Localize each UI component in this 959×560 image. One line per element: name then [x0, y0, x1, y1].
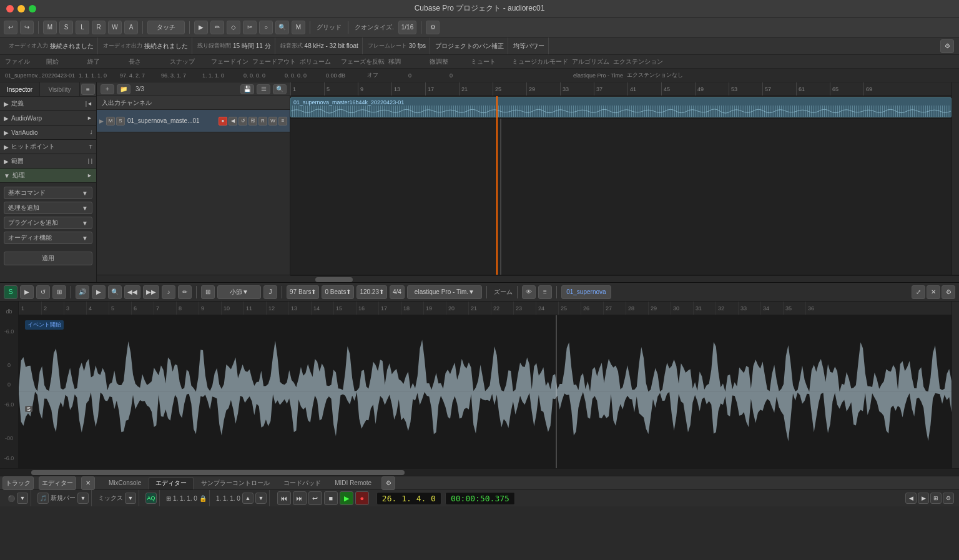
- editor-scroll-thumb[interactable]: [31, 470, 405, 475]
- status-newpart-btn[interactable]: ▼: [77, 493, 89, 504]
- status-right-3[interactable]: ⊞: [930, 493, 942, 504]
- editor-speaker-btn[interactable]: 🔊: [76, 285, 89, 299]
- editor-select-btn[interactable]: ▶: [92, 285, 106, 299]
- close-button[interactable]: [6, 5, 14, 12]
- tab-chord-pad[interactable]: コードパッド: [277, 477, 327, 489]
- track-name-display[interactable]: 01_supernova: [561, 285, 611, 299]
- inspector-section-processing-header[interactable]: ▼ 処理 ►: [0, 169, 96, 182]
- add-processing-btn[interactable]: 処理を追加 ▼: [4, 202, 92, 214]
- inspector-section-variaudio-header[interactable]: ▶ VariAudio ♩: [0, 125, 96, 139]
- editor-close-btn[interactable]: ✕: [927, 285, 940, 299]
- track-prev-btn[interactable]: ◀: [229, 117, 237, 125]
- tab-mixconsole[interactable]: MixConsole: [102, 477, 147, 489]
- editor-scrollbar-v[interactable]: [952, 302, 959, 468]
- waveform-display[interactable]: イベント開始 S: [19, 315, 952, 468]
- track-r-btn[interactable]: R: [258, 117, 267, 125]
- track-chain-btn[interactable]: ⛓: [248, 117, 257, 125]
- status-right-4[interactable]: ⚙: [943, 493, 954, 504]
- status-mix-btn[interactable]: ▼: [125, 493, 136, 504]
- basic-commands-btn[interactable]: 基本コマンド ▼: [4, 187, 92, 199]
- tab-editor[interactable]: エディター: [149, 477, 194, 489]
- editor-settings2-btn[interactable]: ⚙: [942, 285, 955, 299]
- close-editor-btn[interactable]: ✕: [81, 476, 95, 490]
- m-button[interactable]: M: [43, 21, 57, 34]
- editor-expand-btn[interactable]: ⤢: [912, 285, 925, 299]
- editor-s-btn[interactable]: S: [4, 285, 17, 299]
- editor-pencil-btn[interactable]: ✏: [178, 285, 192, 299]
- transport-play-btn[interactable]: ▶: [340, 491, 353, 505]
- tool-select[interactable]: ▶: [194, 21, 208, 34]
- track-eq-btn[interactable]: ≡: [278, 117, 287, 125]
- add-plugin-btn[interactable]: プラグインを追加 ▼: [4, 217, 92, 229]
- editor-play-btn[interactable]: ▶: [20, 285, 34, 299]
- timeline-scrollbar-v[interactable]: [952, 82, 959, 96]
- metronome-btn[interactable]: J: [263, 285, 277, 299]
- minimize-button[interactable]: [17, 5, 25, 12]
- status-metronome-btn[interactable]: 🎵: [37, 493, 49, 504]
- track-solo-btn[interactable]: S: [116, 117, 125, 125]
- track-folder-button[interactable]: 📁: [117, 84, 130, 94]
- tab-settings-btn[interactable]: ⚙: [381, 476, 395, 490]
- undo-button[interactable]: ↩: [4, 21, 17, 34]
- status-mode-btn[interactable]: ▼: [17, 493, 28, 504]
- inspector-section-teigi-header[interactable]: ▶ 定義 |◄: [0, 97, 96, 111]
- maximize-button[interactable]: [29, 5, 36, 12]
- aq-btn[interactable]: AQ: [145, 493, 157, 504]
- editor-mode-btn[interactable]: ⊞: [52, 285, 66, 299]
- track-tab-btn[interactable]: トラック: [2, 476, 34, 490]
- tempo-display[interactable]: 120.23 ⬆: [357, 285, 387, 299]
- editor-vis-btn[interactable]: 👁: [522, 285, 536, 299]
- beats-display[interactable]: 0 Beats ⬆: [322, 285, 354, 299]
- track-w-btn[interactable]: W: [268, 117, 277, 125]
- track-loop-btn[interactable]: ↺: [239, 117, 247, 125]
- audio-clip-1[interactable]: 01_supernova_master16b44k_20220423-01: [290, 97, 952, 117]
- infobar-settings[interactable]: ⚙: [940, 39, 954, 53]
- quantize-value-btn[interactable]: 1/16: [398, 21, 416, 34]
- r-button[interactable]: R: [92, 21, 106, 34]
- inspector-section-audiowarp-header[interactable]: ▶ AudioWarp ►: [0, 111, 96, 125]
- editor-next-btn[interactable]: ▶▶: [143, 285, 159, 299]
- tool-erase[interactable]: ◇: [227, 21, 240, 34]
- add-track-button[interactable]: +: [101, 84, 114, 94]
- scrollbar-thumb[interactable]: [315, 277, 353, 282]
- editor-layers-btn[interactable]: ≡: [538, 285, 552, 299]
- tool-split[interactable]: ✂: [243, 21, 257, 34]
- editor-tab-btn[interactable]: エディター: [39, 476, 76, 490]
- track-mono-btn[interactable]: M: [106, 117, 115, 125]
- arrange-scrollbar-v[interactable]: [952, 96, 959, 275]
- redo-button[interactable]: ↪: [20, 21, 34, 34]
- settings-button[interactable]: ⚙: [426, 21, 440, 34]
- tool-mute[interactable]: M: [292, 21, 305, 34]
- tool-glue[interactable]: ○: [259, 21, 273, 34]
- tab-sampler[interactable]: サンプラーコントロール: [195, 477, 276, 489]
- tab-midi-remote[interactable]: MIDI Remote: [328, 477, 378, 489]
- s-button[interactable]: S: [59, 21, 73, 34]
- bars-display[interactable]: 97 Bars ⬆: [287, 285, 319, 299]
- transport-forward-btn[interactable]: ⏭: [293, 491, 307, 505]
- audio-function-btn[interactable]: オーディオ機能 ▼: [4, 232, 92, 244]
- track-rec-btn[interactable]: ●: [219, 117, 227, 125]
- inspector-section-hitpoint-header[interactable]: ▶ ヒットポイント T: [0, 140, 96, 154]
- touch-button[interactable]: タッチ: [147, 21, 185, 34]
- right-pos-down[interactable]: ▼: [255, 493, 267, 504]
- editor-prev-btn[interactable]: ◀◀: [124, 285, 140, 299]
- a-button[interactable]: A: [124, 21, 138, 34]
- mode-selector[interactable]: 小節 ▼: [217, 285, 261, 299]
- track-item-1[interactable]: ▶ M S 01_supernova_maste...01 ● ◀ ↺ ⛓ R …: [97, 110, 290, 132]
- editor-speaker2-btn[interactable]: ♪: [162, 285, 175, 299]
- track-lane-1[interactable]: 01_supernova_master16b44k_20220423-01: [290, 96, 952, 119]
- tool-zoom[interactable]: 🔍: [275, 21, 289, 34]
- inspector-section-range-header[interactable]: ▶ 範囲 | |: [0, 154, 96, 168]
- editor-loop-btn[interactable]: ↺: [36, 285, 50, 299]
- transport-stop-btn[interactable]: ■: [324, 491, 338, 505]
- editor-snap-btn[interactable]: ⊞: [201, 285, 215, 299]
- search-button[interactable]: 🔍: [273, 84, 287, 94]
- right-pos-up[interactable]: ▲: [242, 493, 253, 504]
- algo-display[interactable]: elastique Pro - Tim. ▼: [407, 285, 482, 299]
- inspector-menu-btn[interactable]: ≡: [81, 84, 95, 95]
- timesig-display[interactable]: 4/4: [390, 285, 405, 299]
- arrange-scrollbar-h[interactable]: [290, 275, 959, 282]
- l-button[interactable]: L: [76, 21, 89, 34]
- list-view-button[interactable]: ☰: [257, 84, 270, 94]
- editor-zoom-in-btn[interactable]: 🔍: [108, 285, 122, 299]
